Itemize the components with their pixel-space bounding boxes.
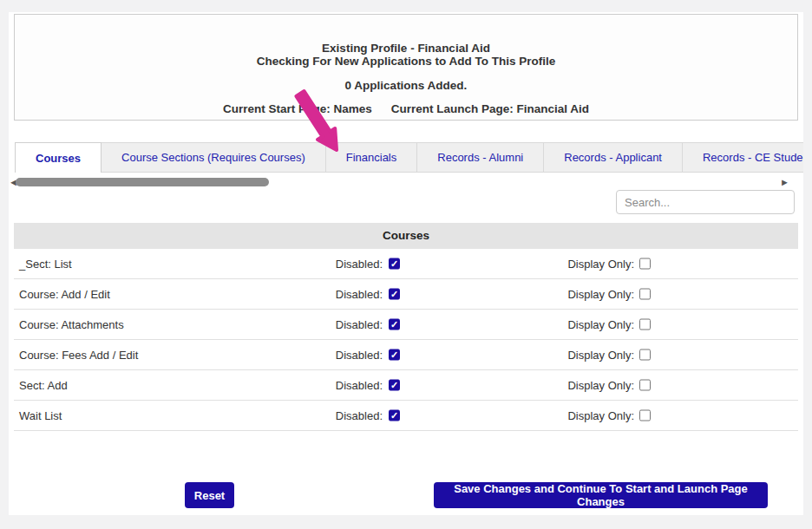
disabled-checkbox[interactable] [389,289,400,300]
table-row: Sect: AddDisabled:Display Only: [14,370,798,401]
disabled-checkbox[interactable] [389,319,400,330]
disabled-checkbox[interactable] [389,258,400,270]
disabled-checkbox[interactable] [389,349,400,361]
tab-records-applicant[interactable]: Records - Applicant [544,142,683,173]
tab-label: Courses [36,152,81,165]
profile-subtitle: Checking For New Applications to Add To … [15,55,797,68]
disabled-label: Disabled: [336,318,383,331]
tab-financials[interactable]: Financials [326,142,418,173]
display-only-checkbox[interactable] [639,289,651,300]
current-pages-line: Current Start Page: Names Current Launch… [223,102,589,115]
display-only-label: Display Only: [567,258,634,271]
tab-courses[interactable]: Courses [15,142,102,173]
display-only-checkbox[interactable] [639,319,651,330]
profile-title: Existing Profile - Financial Aid [15,42,797,55]
display-only-label: Display Only: [567,288,634,301]
disabled-checkbox[interactable] [389,410,400,421]
tab-records-ce-student[interactable]: Records - CE Student [683,142,803,173]
disabled-label: Disabled: [336,379,383,392]
search-input[interactable] [616,190,795,214]
table-title: Courses [14,223,798,249]
disabled-label: Disabled: [336,288,383,301]
display-only-checkbox[interactable] [639,380,651,391]
profile-summary-box: Existing Profile - Financial Aid Checkin… [14,14,798,121]
current-launch-page: Current Launch Page: Financial Aid [391,102,589,115]
save-button[interactable]: Save Changes and Continue To Start and L… [434,482,768,508]
row-name: Course: Attachments [19,318,124,331]
horizontal-scrollbar[interactable]: ◄ ► [9,176,789,189]
table-rows: _Sect: ListDisabled:Display Only:Course:… [14,249,798,431]
disabled-label: Disabled: [336,349,383,362]
tab-label: Records - Applicant [564,151,662,164]
disabled-label: Disabled: [336,409,383,422]
reset-button[interactable]: Reset [185,482,234,508]
display-only-checkbox[interactable] [639,349,651,361]
display-only-checkbox[interactable] [639,410,651,421]
table-row: Wait ListDisabled:Display Only: [14,401,798,431]
disabled-label: Disabled: [336,258,383,271]
current-start-page: Current Start Page: Names [223,102,372,115]
tab-label: Records - Alumni [437,151,523,164]
tab-label: Course Sections (Requires Courses) [121,151,305,164]
scrollbar-thumb[interactable] [16,178,269,186]
display-only-label: Display Only: [567,409,634,422]
table-row: Course: Add / EditDisabled:Display Only: [14,279,798,310]
display-only-label: Display Only: [567,379,634,392]
display-only-label: Display Only: [567,349,634,362]
row-name: Course: Fees Add / Edit [19,349,138,362]
tab-records-alumni[interactable]: Records - Alumni [417,142,544,173]
tab-course-sections-requires-courses[interactable]: Course Sections (Requires Courses) [102,142,326,173]
row-name: _Sect: List [19,258,72,271]
tab-bar: CoursesCourse Sections (Requires Courses… [15,142,803,173]
row-name: Wait List [19,409,62,422]
display-only-checkbox[interactable] [639,258,651,270]
scroll-right-icon[interactable]: ► [780,177,789,188]
table-row: Course: Fees Add / EditDisabled:Display … [14,340,798,370]
content-card: Existing Profile - Financial Aid Checkin… [9,12,803,515]
disabled-checkbox[interactable] [389,380,400,391]
table-row: _Sect: ListDisabled:Display Only: [14,249,798,279]
tab-label: Records - CE Student [703,151,803,164]
row-name: Course: Add / Edit [19,288,110,301]
row-name: Sect: Add [19,379,68,392]
tab-label: Financials [346,151,397,164]
display-only-label: Display Only: [567,318,634,331]
table-row: Course: AttachmentsDisabled:Display Only… [14,310,798,340]
applications-added-text: 0 Applications Added. [15,79,797,92]
